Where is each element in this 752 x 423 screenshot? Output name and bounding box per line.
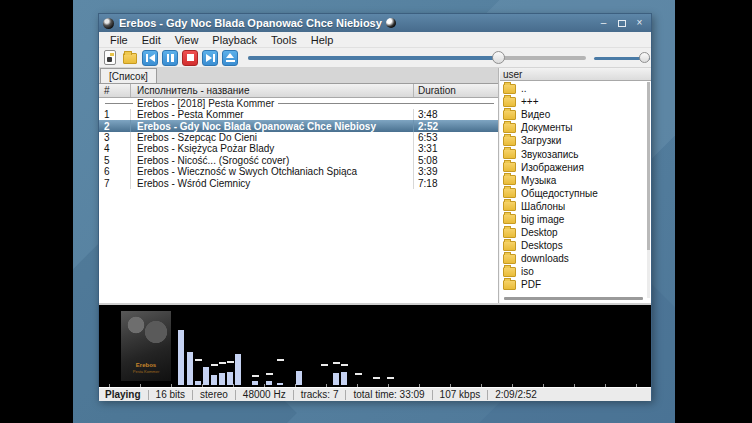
horizontal-scrollbar[interactable] bbox=[504, 297, 643, 300]
status-segment-1: 16 bits bbox=[149, 390, 193, 400]
folder-row[interactable]: .. bbox=[500, 82, 651, 95]
menu-item-view[interactable]: View bbox=[168, 32, 206, 47]
spectrum-peak bbox=[387, 377, 394, 379]
folder-name: .. bbox=[521, 83, 527, 94]
playlist-panel: [Список] # Исполнитель - название Durati… bbox=[99, 68, 499, 303]
track-title: Erebos - Nicość... (Srogość cover) bbox=[131, 155, 414, 166]
spectrum-analyzer: Erebos Pesta Kommer bbox=[99, 303, 651, 387]
folder-row[interactable]: +++ bbox=[500, 95, 651, 108]
track-number: 3 bbox=[99, 132, 131, 143]
track-title: Erebos - Pesta Kommer bbox=[131, 109, 414, 120]
spectrum-bar bbox=[203, 367, 209, 385]
window-title: Erebos - Gdy Noc Blada Opanować Chce Nie… bbox=[119, 17, 382, 29]
spectrum-peak bbox=[195, 359, 202, 361]
track-row[interactable]: 4Erebos - Księżyca Pożar Blady3:31 bbox=[99, 143, 498, 154]
track-duration: 3:31 bbox=[414, 143, 498, 154]
spectrum-bar bbox=[211, 375, 217, 385]
folder-icon bbox=[503, 214, 516, 224]
folder-row[interactable]: Звукозапись bbox=[500, 147, 651, 160]
folder-row[interactable]: Desktop bbox=[500, 226, 651, 239]
menu-item-file[interactable]: File bbox=[103, 32, 135, 47]
folder-row[interactable]: Загрузки bbox=[500, 134, 651, 147]
spectrum-tick bbox=[543, 384, 544, 387]
track-duration: 2:52 bbox=[414, 120, 498, 131]
minimize-button[interactable]: – bbox=[596, 17, 611, 30]
album-art: Erebos Pesta Kommer bbox=[121, 311, 171, 381]
folder-row[interactable]: Видео bbox=[500, 108, 651, 121]
spectrum-tick bbox=[512, 384, 513, 387]
spectrum-bar bbox=[341, 372, 347, 385]
folder-name: downloads bbox=[521, 253, 569, 264]
stop-button[interactable] bbox=[182, 50, 198, 66]
track-row[interactable]: 2Erebos - Gdy Noc Blada Opanować Chce Ni… bbox=[99, 120, 498, 131]
track-row[interactable]: 3Erebos - Szepcąc Do Cieni6:53 bbox=[99, 132, 498, 143]
folder-name: Общедоступные bbox=[521, 188, 598, 199]
pause-button[interactable] bbox=[162, 50, 178, 66]
folder-row[interactable]: downloads bbox=[500, 252, 651, 265]
folder-icon bbox=[503, 201, 516, 211]
track-row[interactable]: 7Erebos - Wśród Ciemnicy7:18 bbox=[99, 177, 498, 188]
folder-row[interactable]: Музыка bbox=[500, 174, 651, 187]
menu-item-playback[interactable]: Playback bbox=[205, 32, 264, 47]
vertical-scrollbar-thumb[interactable] bbox=[647, 82, 650, 250]
next-button[interactable] bbox=[202, 50, 218, 66]
volume-slider[interactable] bbox=[594, 48, 650, 67]
titlebar[interactable]: Erebos - Gdy Noc Blada Opanować Chce Nie… bbox=[99, 14, 651, 32]
column-artist-title[interactable]: Исполнитель - название bbox=[131, 84, 414, 97]
eject-button[interactable] bbox=[222, 50, 238, 66]
spectrum-bar bbox=[235, 354, 241, 385]
spectrum-tick bbox=[202, 384, 203, 387]
track-title: Erebos - Wśród Ciemnicy bbox=[131, 177, 414, 188]
seek-slider[interactable] bbox=[248, 48, 586, 67]
spectrum-tick bbox=[264, 384, 265, 387]
playlist-tab[interactable]: [Список] bbox=[100, 68, 157, 83]
folder-icon bbox=[503, 84, 516, 94]
folder-name: Звукозапись bbox=[521, 149, 578, 160]
track-row[interactable]: 6Erebos - Wieczność w Swych Otchłaniach … bbox=[99, 166, 498, 177]
column-duration[interactable]: Duration bbox=[414, 84, 498, 97]
statusbar: Playing16 bitsstereo48000 Hztracks: 7tot… bbox=[99, 387, 651, 401]
folder-row[interactable]: Desktops bbox=[500, 239, 651, 252]
track-title: Erebos - Szepcąc Do Cieni bbox=[131, 132, 414, 143]
previous-button[interactable] bbox=[142, 50, 158, 66]
track-title: Erebos - Wieczność w Swych Otchłaniach Ś… bbox=[131, 166, 414, 177]
add-folder-button[interactable] bbox=[122, 50, 138, 66]
column-num[interactable]: # bbox=[99, 84, 131, 97]
toolbar bbox=[99, 48, 651, 68]
folder-name: Музыка bbox=[521, 175, 556, 186]
folder-row[interactable]: PDF bbox=[500, 278, 651, 291]
folder-row[interactable]: Документы bbox=[500, 121, 651, 134]
menu-item-edit[interactable]: Edit bbox=[135, 32, 168, 47]
open-file-button[interactable] bbox=[102, 50, 118, 66]
deadbeef-logo-icon bbox=[386, 18, 396, 28]
close-button[interactable]: × bbox=[632, 17, 647, 30]
spectrum-tick bbox=[109, 384, 110, 387]
folder-row[interactable]: iso bbox=[500, 265, 651, 278]
folder-icon bbox=[503, 241, 516, 251]
menu-item-help[interactable]: Help bbox=[304, 32, 341, 47]
folder-name: Desktops bbox=[521, 240, 563, 251]
folder-row[interactable]: Шаблоны bbox=[500, 200, 651, 213]
track-row[interactable]: 5Erebos - Nicość... (Srogość cover)5:08 bbox=[99, 155, 498, 166]
spectrum-peak bbox=[219, 362, 226, 364]
maximize-button[interactable] bbox=[614, 17, 629, 30]
status-segment-7: 2:09/2:52 bbox=[488, 390, 544, 400]
folder-row[interactable]: big image bbox=[500, 213, 651, 226]
track-duration: 3:48 bbox=[414, 109, 498, 120]
playlist-column-header[interactable]: # Исполнитель - название Duration bbox=[99, 84, 498, 98]
seek-handle[interactable] bbox=[492, 51, 505, 64]
spectrum-peak bbox=[321, 364, 328, 366]
main-content: [Список] # Исполнитель - название Durati… bbox=[99, 68, 651, 303]
menu-item-tools[interactable]: Tools bbox=[264, 32, 304, 47]
folder-icon bbox=[503, 280, 516, 290]
file-browser-panel: user ..+++ВидеоДокументыЗагрузкиЗвукозап… bbox=[499, 68, 651, 303]
file-browser-header[interactable]: user bbox=[500, 68, 651, 81]
menubar: FileEditViewPlaybackToolsHelp bbox=[99, 32, 651, 48]
track-row[interactable]: 1Erebos - Pesta Kommer3:48 bbox=[99, 109, 498, 120]
folder-row[interactable]: Общедоступные bbox=[500, 187, 651, 200]
seek-progress bbox=[248, 56, 498, 60]
pause-icon bbox=[167, 54, 174, 62]
volume-handle[interactable] bbox=[639, 52, 650, 63]
folder-row[interactable]: Изображения bbox=[500, 161, 651, 174]
stop-icon bbox=[187, 54, 194, 61]
